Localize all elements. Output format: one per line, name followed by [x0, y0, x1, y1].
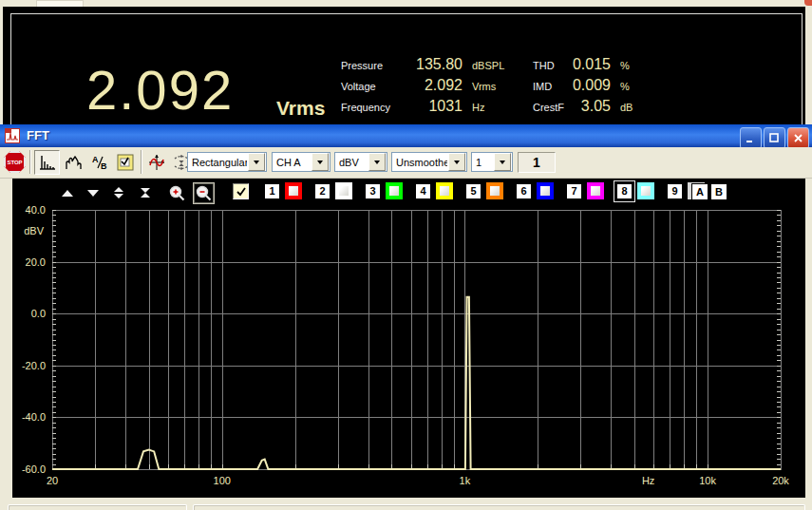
window-title: FFT [27, 128, 49, 142]
svg-text:-60.0: -60.0 [22, 463, 46, 475]
svg-text:100: 100 [214, 475, 231, 486]
average-counter: 1 [518, 152, 556, 173]
fft-window: FFT STOP A B [0, 124, 812, 510]
minimize-button[interactable] [740, 127, 762, 149]
chevron-down-icon [454, 161, 460, 164]
dropdown-button[interactable] [248, 153, 265, 171]
reading-unit: % [611, 60, 643, 71]
level-meter-panel: 2.092 Vrms Pressure 135.80 dBSPL THD 0.0… [3, 7, 805, 124]
chevron-down-icon [317, 161, 323, 164]
chevron-down-icon [374, 161, 380, 164]
svg-text:-40.0: -40.0 [22, 411, 46, 423]
toolbar-separator [29, 150, 31, 174]
dropdown-button[interactable] [494, 153, 511, 171]
reading-unit: dBSPL [463, 60, 519, 71]
ab-compare-button[interactable]: A B [87, 150, 111, 175]
svg-text:-20.0: -20.0 [22, 360, 46, 371]
close-button[interactable] [787, 127, 809, 149]
background-window-edge [0, 0, 812, 7]
window-function-select[interactable]: Rectangular [187, 152, 267, 172]
smoothing-select[interactable]: Unsmoothed [391, 152, 467, 172]
smoothing-value: Unsmoothed [392, 157, 447, 168]
reading-label: CrestF [519, 102, 561, 113]
reading-label: Pressure [341, 60, 402, 71]
svg-text:20: 20 [47, 475, 58, 486]
reading-unit: % [611, 81, 643, 92]
reading-value: 2.092 [402, 77, 463, 94]
fft-window-icon [5, 128, 20, 143]
fft-titlebar[interactable]: FFT [0, 124, 812, 147]
dropdown-button[interactable] [312, 153, 329, 171]
dropdown-button[interactable] [368, 153, 386, 171]
reading-unit: Vrms [463, 81, 519, 92]
reading-label: IMD [519, 81, 561, 92]
reading-value: 0.015 [561, 56, 611, 73]
reading-label: Voltage [341, 81, 402, 92]
svg-text:Hz: Hz [642, 475, 654, 486]
setup-checklist-icon [116, 153, 135, 172]
reading-value: 3.05 [561, 98, 611, 115]
ab-compare-icon: A B [90, 153, 109, 172]
svg-text:10k: 10k [699, 475, 716, 486]
fft-toolbar: STOP A B [0, 147, 812, 179]
fft-chart-panel: 1 2 3 4 5 6 7 8 9 A B -60.0-40.0-20.00.0… [12, 179, 805, 498]
window-function-value: Rectangular [188, 157, 247, 168]
chevron-down-icon [254, 161, 259, 164]
svg-text:0.0: 0.0 [31, 308, 46, 319]
reading-value: 1031 [402, 98, 463, 115]
reading-value: 0.009 [561, 77, 611, 94]
svg-text:dBV: dBV [24, 225, 44, 236]
channel-value: CH A [273, 157, 311, 168]
main-level-unit: Vrms [276, 97, 325, 120]
generator-sine-icon [147, 153, 166, 172]
units-select[interactable]: dBV [334, 152, 387, 172]
bottom-groupbox-fragment [193, 504, 805, 510]
background-tab-fragment [36, 0, 84, 7]
background-close-button-fragment [804, 0, 812, 6]
maximize-button[interactable] [764, 127, 785, 149]
stop-button[interactable]: STOP [3, 150, 27, 174]
averaging-value: 1 [472, 157, 493, 168]
channel-select[interactable]: CH A [272, 152, 330, 172]
units-value: dBV [335, 157, 368, 168]
spectrum-mode-button[interactable] [34, 150, 60, 175]
dropdown-button[interactable] [448, 153, 465, 171]
reading-label: THD [519, 60, 561, 71]
svg-text:B: B [101, 161, 107, 171]
averaging-select[interactable]: 1 [471, 152, 513, 172]
signal-generator-button[interactable] [144, 150, 168, 175]
svg-text:A: A [92, 155, 99, 164]
chevron-down-icon [500, 161, 505, 164]
reading-label: Frequency [341, 102, 402, 113]
svg-text:20k: 20k [772, 475, 789, 486]
stop-icon: STOP [4, 151, 26, 173]
svg-text:1k: 1k [460, 475, 471, 486]
toolbar-separator [141, 150, 142, 174]
reading-unit: dB [611, 102, 643, 113]
octave-bands-button[interactable] [62, 150, 85, 175]
svg-text:40.0: 40.0 [26, 204, 46, 216]
measurement-readings: Pressure 135.80 dBSPL THD 0.015 % Voltag… [341, 56, 643, 119]
measurement-setup-button[interactable] [113, 150, 137, 175]
reading-value: 135.80 [402, 56, 463, 73]
reading-unit: Hz [463, 102, 519, 113]
bottom-panel-strip [0, 498, 812, 510]
band-skyline-icon [65, 153, 84, 172]
main-level-value: 2.092 [86, 58, 234, 122]
spectrum-bars-icon [38, 153, 57, 172]
fft-plot[interactable]: -60.0-40.0-20.00.020.040.0dBV201001k10k2… [12, 179, 805, 498]
bottom-groupbox-fragment [8, 504, 187, 510]
svg-text:20.0: 20.0 [26, 256, 46, 268]
